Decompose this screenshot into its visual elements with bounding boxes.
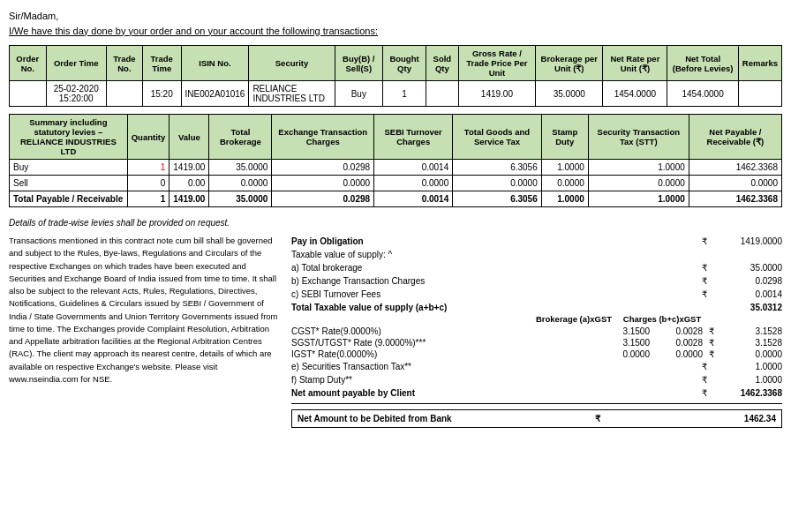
igst-brok: 0.0000 (597, 349, 650, 359)
sgst-value: 3.1528 (720, 338, 782, 348)
stt-label: e) Securities Transaction Tax** (291, 362, 697, 371)
sebi-turnover-value: 0.0014 (712, 289, 782, 299)
header-line2: I/We have this day done by your order an… (9, 24, 782, 39)
cell-net-total: 1454.0000 (667, 81, 738, 107)
summary-col-net: Net Payable / Receivable (₹) (689, 115, 781, 160)
summary-stamp: 1.0000 (541, 160, 588, 176)
sgst-brok: 3.1500 (597, 338, 650, 348)
summary-sebi: 0.0014 (374, 191, 453, 207)
summary-col-gst: Total Goods and Service Tax (453, 115, 541, 160)
cell-security: RELIANCE INDUSTRIES LTD (249, 81, 335, 107)
taxable-note: Taxable value of supply: ^ (291, 250, 782, 259)
header-line1: Sir/Madam, (9, 9, 782, 24)
net-payable-value: 1462.3368 (712, 388, 782, 398)
summary-title-cell: Summary including statutory levies – REL… (10, 115, 128, 160)
cell-trade-time: 15:20 (142, 81, 181, 107)
summary-exchange: 0.0298 (272, 191, 374, 207)
summary-net: 0.0000 (689, 176, 781, 191)
pay-in-value: 1419.0000 (712, 236, 782, 246)
charges-col-header: Charges (b+c)xGST (618, 314, 706, 324)
exchange-charges-label: b) Exchange Transaction Charges (291, 276, 697, 286)
bottom-section: Transactions mentioned in this contract … (9, 235, 782, 428)
stamp-duty-value: 1.0000 (712, 375, 782, 385)
stt-row: e) Securities Transaction Tax** ₹ 1.0000 (291, 360, 782, 373)
igst-value: 0.0000 (720, 349, 782, 359)
summary-label: Buy (10, 160, 128, 176)
summary-exchange: 0.0298 (272, 160, 374, 176)
total-brokerage-value: 35.0000 (712, 263, 782, 273)
summary-brokerage: 35.0000 (209, 160, 272, 176)
col-brokerage-unit: Brokerage per Unit (₹) (536, 46, 603, 81)
summary-stt: 1.0000 (588, 191, 689, 207)
pay-in-obligation-row: Pay in Obligation ₹ 1419.0000 (291, 235, 782, 248)
cell-net-rate: 1454.0000 (603, 81, 667, 107)
sebi-turnover-label: c) SEBI Turnover Fees (291, 289, 697, 299)
divider (291, 403, 782, 404)
cgst-row: CGST* Rate(9.0000%) 3.1500 0.0028 ₹ 3.15… (291, 326, 782, 337)
summary-net: 1462.3368 (689, 191, 781, 207)
col-bought-qty: Bought Qty (382, 46, 426, 81)
stt-value: 1.0000 (712, 362, 782, 371)
details-note: Details of trade-wise levies shall be pr… (9, 218, 782, 228)
col-isin: ISIN No. (181, 46, 249, 81)
col-net-total: Net Total (Before Levies) (667, 46, 738, 81)
net-debit-label: Net Amount to be Debited from Bank (298, 414, 452, 423)
sgst-row: SGST/UTGST* Rate (9.0000%)*** 3.1500 0.0… (291, 337, 782, 348)
summary-value: 1419.00 (170, 191, 209, 207)
summary-stt: 1.0000 (588, 160, 689, 176)
cgst-charges: 0.0028 (650, 326, 703, 336)
col-order-no: Order No. (10, 46, 47, 81)
sgst-label: SGST/UTGST* Rate (9.0000%)*** (291, 338, 597, 348)
summary-gst: 6.3056 (453, 160, 541, 176)
cell-order-no (10, 81, 47, 107)
exchange-charges-row: b) Exchange Transaction Charges ₹ 0.0298 (291, 274, 782, 288)
stamp-duty-label: f) Stamp Duty** (291, 375, 697, 385)
summary-gst: 0.0000 (453, 176, 541, 191)
summary-stamp: 0.0000 (541, 176, 588, 191)
net-debit-value: 1462.34 (744, 414, 776, 423)
summary-col-stamp: Stamp Duty (541, 115, 588, 160)
cell-gross-rate: 1419.00 (458, 81, 536, 107)
cell-isin: INE002A01016 (181, 81, 249, 107)
summary-col-value: Value (170, 115, 209, 160)
total-brokerage-label: a) Total brokerage (291, 263, 697, 273)
cgst-label: CGST* Rate(9.0000%) (291, 326, 597, 336)
summary-sebi: 0.0014 (374, 160, 453, 176)
summary-table: Summary including statutory levies – REL… (9, 114, 782, 207)
summary-brokerage: 0.0000 (209, 176, 272, 191)
net-payable-row: Net amount payable by Client ₹ 1462.3368 (291, 386, 782, 400)
cgst-brok: 3.1500 (597, 326, 650, 336)
table-row: 25-02-2020 15:20:00 15:20 INE002A01016 R… (10, 81, 782, 107)
summary-col-brokerage: Total Brokerage (209, 115, 272, 160)
summary-col-sebi: SEBI Turnover Charges (374, 115, 453, 160)
summary-qty: 0 (127, 176, 170, 191)
net-debit-box: Net Amount to be Debited from Bank ₹ 146… (291, 409, 782, 428)
col-security: Security (249, 46, 335, 81)
summary-exchange: 0.0000 (272, 176, 374, 191)
igst-label: IGST* Rate(0.0000%) (291, 349, 597, 359)
cell-remarks (738, 81, 781, 107)
col-trade-no: Trade No. (106, 46, 142, 81)
legal-paragraph: Transactions mentioned in this contract … (9, 235, 282, 386)
cell-brokerage-unit: 35.0000 (536, 81, 603, 107)
col-gross-rate: Gross Rate / Trade Price Per Unit (458, 46, 536, 81)
cell-order-time: 25-02-2020 15:20:00 (46, 81, 106, 107)
summary-value: 0.00 (170, 176, 209, 191)
summary-col-exchange: Exchange Transaction Charges (272, 115, 374, 160)
cell-bought-qty: 1 (382, 81, 426, 107)
igst-row: IGST* Rate(0.0000%) 0.0000 0.0000 ₹ 0.00… (291, 348, 782, 360)
summary-value: 1419.00 (170, 160, 209, 176)
summary-gst: 6.3056 (453, 191, 541, 207)
summary-qty: 1 (127, 191, 170, 207)
cgst-value: 3.1528 (720, 326, 782, 336)
col-sold-qty: Sold Qty (426, 46, 459, 81)
summary-stamp: 1.0000 (541, 191, 588, 207)
brokerage-col-header: Brokerage (a)xGST (530, 314, 618, 324)
total-taxable-label: Total Taxable value of supply (a+b+c) (291, 303, 697, 312)
net-payable-label: Net amount payable by Client (291, 388, 697, 398)
sgst-charges: 0.0028 (650, 338, 703, 348)
sebi-turnover-row: c) SEBI Turnover Fees ₹ 0.0014 (291, 288, 782, 301)
summary-qty: 1 (127, 160, 170, 176)
cell-trade-no (106, 81, 142, 107)
summary-col-quantity: Quantity (127, 115, 170, 160)
